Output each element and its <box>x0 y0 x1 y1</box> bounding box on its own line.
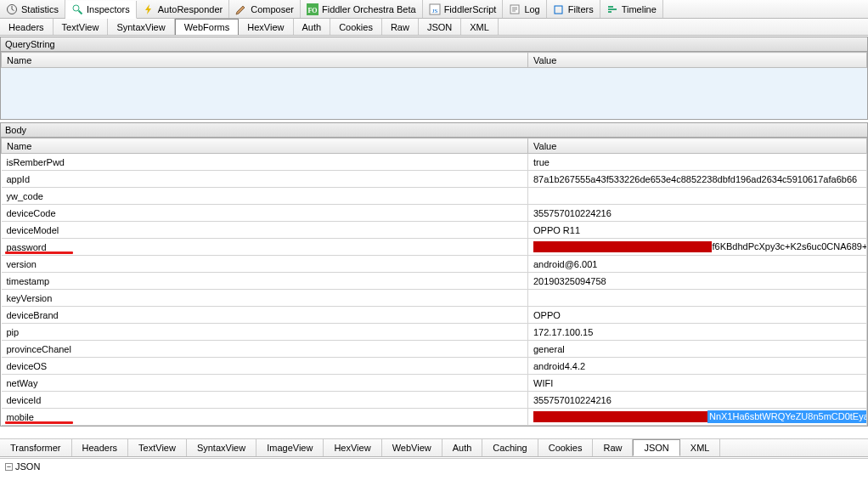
response-tab-xml[interactable]: XML <box>680 439 721 456</box>
table-row[interactable]: mobile4eMlFkC00xxxxxxxxxxxxxxxxiL0YWYPkq… <box>2 409 867 426</box>
row-name[interactable]: provinceChanel <box>2 341 528 358</box>
row-name[interactable]: timestamp <box>2 273 528 290</box>
querystring-name-header[interactable]: Name <box>2 53 528 68</box>
response-tab-json[interactable]: JSON <box>633 439 679 456</box>
top-tab-filters[interactable]: Filters <box>547 0 600 18</box>
row-name[interactable]: version <box>2 256 528 273</box>
row-name-text: version <box>7 259 37 269</box>
request-tab-hexview[interactable]: HexView <box>239 19 293 35</box>
row-name[interactable]: keyVersion <box>2 290 528 307</box>
row-name[interactable]: appId <box>2 171 528 188</box>
row-name[interactable]: deviceCode <box>2 205 528 222</box>
response-tab-cookies[interactable]: Cookies <box>538 439 594 456</box>
top-tab-fiddler-orchestra-beta[interactable]: FOFiddler Orchestra Beta <box>301 0 423 18</box>
top-tab-composer[interactable]: Composer <box>229 0 301 18</box>
row-name[interactable]: deviceBrand <box>2 307 528 324</box>
row-name[interactable]: deviceId <box>2 392 528 409</box>
selected-text: NnX1Ha6sbtWRQYeZU8n5mCD0tEyagIC1Kc <box>707 410 867 423</box>
row-value[interactable]: 172.17.100.15 <box>528 324 867 341</box>
row-name[interactable]: pip <box>2 324 528 341</box>
row-name-text: keyVersion <box>7 293 53 303</box>
table-row[interactable]: keyVersion <box>2 290 867 307</box>
table-row[interactable]: deviceOSandroid4.4.2 <box>2 358 867 375</box>
body-name-header[interactable]: Name <box>2 138 528 154</box>
table-row[interactable]: isRemberPwdtrue <box>2 154 867 171</box>
table-row[interactable]: appId87a1b267555a43f533226de653e4c885223… <box>2 171 867 188</box>
row-value-text: android4.4.2 <box>533 361 585 371</box>
top-tab-fiddlerscript[interactable]: JSFiddlerScript <box>423 0 504 18</box>
tab-label: Filters <box>568 4 594 14</box>
row-value-text: f6KBdhdPcXpy3c+K2s6uc0CNA689+pkZPl <box>712 241 866 251</box>
table-row[interactable]: timestamp20190325094758 <box>2 273 867 290</box>
row-value[interactable]: 87a1b267555a43f533226de653e4c8852238dbfd… <box>528 171 867 188</box>
response-tab-headers[interactable]: Headers <box>72 439 129 456</box>
row-value[interactable]: android@6.001 <box>528 256 867 273</box>
row-value[interactable]: WIFI <box>528 375 867 392</box>
querystring-value-header[interactable]: Value <box>528 53 867 68</box>
table-row[interactable]: provinceChanelgeneral <box>2 341 867 358</box>
row-name[interactable]: deviceModel <box>2 222 528 239</box>
table-row[interactable]: pip172.17.100.15 <box>2 324 867 341</box>
table-row[interactable]: deviceId355757010224216 <box>2 392 867 409</box>
row-name[interactable]: isRemberPwd <box>2 154 528 171</box>
tab-label: AutoResponder <box>158 4 223 14</box>
request-tab-textview[interactable]: TextView <box>54 19 109 35</box>
response-tab-imageview[interactable]: ImageView <box>256 439 324 456</box>
top-tab-statistics[interactable]: Statistics <box>0 0 65 18</box>
top-tab-autoresponder[interactable]: AutoResponder <box>137 0 229 18</box>
row-name-text: password <box>7 242 47 252</box>
row-value[interactable]: 20190325094758 <box>528 273 867 290</box>
row-name[interactable]: mobile <box>2 409 528 426</box>
body-value-header[interactable]: Value <box>528 138 867 154</box>
request-tab-xml[interactable]: XML <box>461 19 499 35</box>
row-name[interactable]: password <box>2 239 528 256</box>
row-name[interactable]: netWay <box>2 375 528 392</box>
row-value[interactable]: general <box>528 341 867 358</box>
request-tab-raw[interactable]: Raw <box>382 19 419 35</box>
tree-root-label[interactable]: JSON <box>15 461 40 472</box>
row-value[interactable]: Kua29xrD6PDTmKw7EkSs2nDvn0wBO0Ef6KBdhdPc… <box>528 239 867 256</box>
response-tab-textview[interactable]: TextView <box>128 439 187 456</box>
row-value[interactable]: 355757010224216 <box>528 205 867 222</box>
row-value[interactable]: OPPO <box>528 307 867 324</box>
pencil-icon <box>235 3 247 15</box>
request-tab-webforms[interactable]: WebForms <box>175 19 240 35</box>
table-row[interactable]: versionandroid@6.001 <box>2 256 867 273</box>
response-tab-raw[interactable]: Raw <box>593 439 633 456</box>
tree-collapse-icon[interactable]: − <box>5 463 13 471</box>
request-tab-headers[interactable]: Headers <box>0 19 54 35</box>
top-tabbar: StatisticsInspectorsAutoResponderCompose… <box>0 0 868 19</box>
row-value[interactable]: android4.4.2 <box>528 358 867 375</box>
top-tab-timeline[interactable]: Timeline <box>600 0 663 18</box>
request-tab-auth[interactable]: Auth <box>294 19 331 35</box>
response-tab-webview[interactable]: WebView <box>382 439 442 456</box>
table-row[interactable]: deviceModelOPPO R11 <box>2 222 867 239</box>
table-row[interactable]: netWayWIFI <box>2 375 867 392</box>
row-value[interactable]: 4eMlFkC00xxxxxxxxxxxxxxxxiL0YWYPkqNnX1Ha… <box>528 409 867 426</box>
top-tab-inspectors[interactable]: Inspectors <box>65 1 137 19</box>
json-tree[interactable]: − JSON <box>0 458 868 486</box>
table-row[interactable]: deviceBrandOPPO <box>2 307 867 324</box>
row-value[interactable]: OPPO R11 <box>528 222 867 239</box>
row-value[interactable]: 355757010224216 <box>528 392 867 409</box>
response-tab-transformer[interactable]: Transformer <box>0 439 72 456</box>
table-row[interactable]: yw_code <box>2 188 867 205</box>
top-tab-log[interactable]: Log <box>503 0 546 18</box>
response-tab-syntaxview[interactable]: SyntaxView <box>187 439 256 456</box>
request-tab-syntaxview[interactable]: SyntaxView <box>108 19 174 35</box>
table-row[interactable]: deviceCode355757010224216 <box>2 205 867 222</box>
row-value-text: general <box>533 344 565 354</box>
row-value[interactable]: true <box>528 154 867 171</box>
response-tab-caching[interactable]: Caching <box>482 439 538 456</box>
request-tab-cookies[interactable]: Cookies <box>330 19 382 35</box>
row-value[interactable] <box>528 290 867 307</box>
row-value[interactable] <box>528 188 867 205</box>
response-tab-hexview[interactable]: HexView <box>324 439 381 456</box>
table-row[interactable]: passwordKua29xrD6PDTmKw7EkSs2nDvn0wBO0Ef… <box>2 239 867 256</box>
response-tab-auth[interactable]: Auth <box>442 439 483 456</box>
request-tab-json[interactable]: JSON <box>419 19 461 35</box>
row-name[interactable]: yw_code <box>2 188 528 205</box>
querystring-empty-area[interactable] <box>1 68 867 119</box>
row-name[interactable]: deviceOS <box>2 358 528 375</box>
row-name-text: deviceOS <box>7 361 48 371</box>
